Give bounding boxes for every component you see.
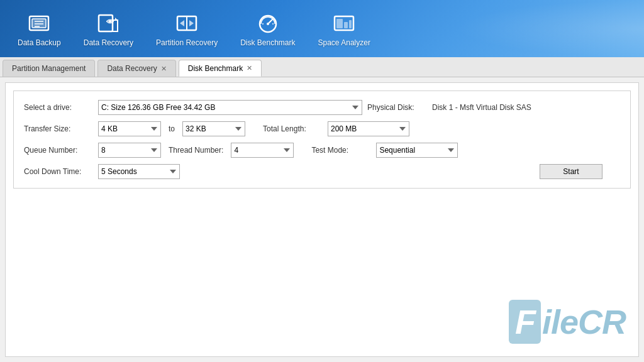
toolbar-space-label: Space Analyzer bbox=[318, 38, 370, 47]
tab-partition-management[interactable]: Partition Management bbox=[3, 60, 95, 77]
tab-disk-benchmark-close[interactable]: ✕ bbox=[247, 64, 252, 72]
transfer-size-from-select[interactable]: 4 KB bbox=[98, 121, 161, 136]
test-mode-wrapper: Sequential bbox=[376, 143, 458, 158]
total-length-group: Total Length: 200 MB bbox=[263, 121, 409, 136]
queue-number-select[interactable]: 8 bbox=[98, 143, 161, 158]
drive-select[interactable]: C: Size 126.36 GB Free 34.42 GB bbox=[98, 100, 362, 115]
svg-rect-17 bbox=[349, 20, 352, 28]
cool-down-wrapper: 5 Seconds bbox=[98, 164, 180, 179]
toolbar-space-analyzer[interactable]: Space Analyzer bbox=[307, 6, 382, 52]
toolbar-partition-recovery[interactable]: Partition Recovery bbox=[145, 6, 229, 52]
tab-disk-benchmark[interactable]: Disk Benchmark ✕ bbox=[179, 60, 262, 77]
tab-data-recovery-label: Data Recovery bbox=[107, 64, 157, 73]
transfer-to-wrapper: 32 KB bbox=[182, 121, 245, 136]
benchmark-icon bbox=[255, 11, 280, 36]
svg-point-11 bbox=[267, 23, 269, 25]
transfer-size-to-select[interactable]: 32 KB bbox=[182, 121, 245, 136]
cool-down-label: Cool Down Time: bbox=[24, 167, 93, 176]
total-length-wrapper: 200 MB bbox=[328, 121, 409, 136]
test-mode-group: Test Mode: Sequential bbox=[311, 143, 458, 158]
toolbar-disk-benchmark[interactable]: Disk Benchmark bbox=[229, 6, 306, 52]
backup-icon bbox=[26, 11, 52, 36]
tab-data-recovery[interactable]: Data Recovery ✕ bbox=[97, 60, 175, 77]
drive-select-wrapper: C: Size 126.36 GB Free 34.42 GB bbox=[98, 100, 362, 115]
test-mode-label: Test Mode: bbox=[311, 146, 371, 155]
tab-partition-management-label: Partition Management bbox=[12, 64, 86, 73]
row-cooldown: Cool Down Time: 5 Seconds Start bbox=[24, 164, 620, 179]
form-section: Select a drive: C: Size 126.36 GB Free 3… bbox=[13, 90, 631, 189]
total-length-select[interactable]: 200 MB bbox=[328, 121, 409, 136]
watermark-text: ileCR bbox=[542, 302, 626, 341]
toolbar-data-recovery[interactable]: Data Recovery bbox=[72, 6, 145, 52]
queue-number-label: Queue Number: bbox=[24, 146, 93, 155]
tab-disk-benchmark-label: Disk Benchmark bbox=[188, 64, 243, 73]
physical-disk-value: Disk 1 - Msft Virtual Disk SAS bbox=[432, 103, 531, 112]
toolbar-recovery-label: Data Recovery bbox=[84, 38, 133, 47]
to-label: to bbox=[166, 124, 177, 133]
partition-icon bbox=[174, 11, 199, 36]
svg-point-6 bbox=[109, 20, 111, 23]
total-length-label: Total Length: bbox=[263, 124, 323, 133]
thread-number-label: Thread Number: bbox=[166, 146, 226, 155]
queue-number-wrapper: 8 bbox=[98, 143, 161, 158]
toolbar-backup-label: Data Backup bbox=[18, 38, 61, 47]
start-button[interactable]: Start bbox=[540, 164, 602, 179]
physical-disk-label: Physical Disk: bbox=[367, 103, 427, 112]
transfer-size-label: Transfer Size: bbox=[24, 124, 93, 133]
svg-rect-16 bbox=[344, 22, 348, 28]
space-icon bbox=[331, 11, 357, 36]
row-drive: Select a drive: C: Size 126.36 GB Free 3… bbox=[24, 100, 620, 115]
watermark-box: F bbox=[509, 300, 541, 344]
toolbar-partition-label: Partition Recovery bbox=[156, 38, 218, 47]
main-content: Select a drive: C: Size 126.36 GB Free 3… bbox=[5, 82, 639, 357]
row-transfer: Transfer Size: 4 KB to 32 KB Total Lengt… bbox=[24, 121, 620, 136]
thread-number-wrapper: 4 bbox=[231, 143, 294, 158]
tab-bar: Partition Management Data Recovery ✕ Dis… bbox=[0, 57, 644, 77]
row-queue: Queue Number: 8 Thread Number: 4 Test Mo… bbox=[24, 143, 620, 158]
select-drive-label: Select a drive: bbox=[24, 103, 93, 112]
cool-down-select[interactable]: 5 Seconds bbox=[98, 164, 180, 179]
test-mode-select[interactable]: Sequential bbox=[376, 143, 458, 158]
watermark: F ileCR bbox=[509, 300, 626, 344]
svg-rect-15 bbox=[336, 19, 343, 28]
toolbar-benchmark-label: Disk Benchmark bbox=[240, 38, 295, 47]
thread-number-select[interactable]: 4 bbox=[231, 143, 294, 158]
tab-data-recovery-close[interactable]: ✕ bbox=[161, 65, 167, 73]
toolbar: Data Backup Data Recovery Partition Reco… bbox=[0, 0, 644, 57]
recovery-icon bbox=[96, 11, 121, 36]
transfer-from-wrapper: 4 KB bbox=[98, 121, 161, 136]
toolbar-data-backup[interactable]: Data Backup bbox=[6, 6, 72, 52]
